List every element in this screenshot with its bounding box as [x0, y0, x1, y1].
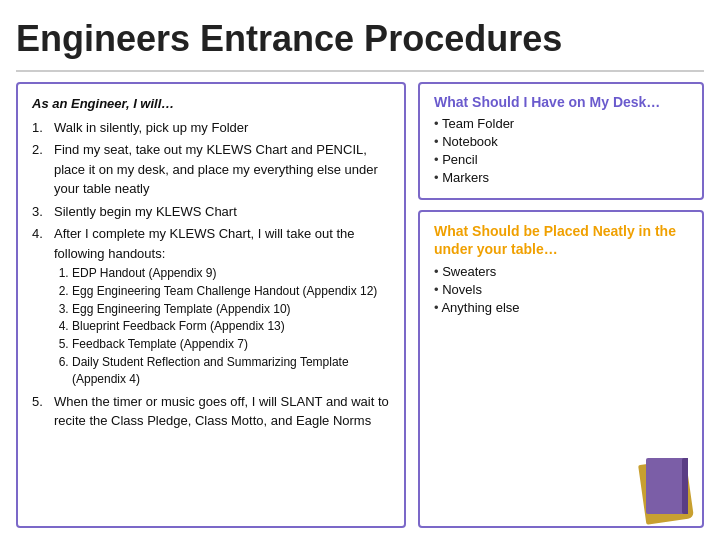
list-item: Sweaters — [434, 264, 688, 279]
left-panel: As an Engineer, I will… 1. Walk in silen… — [16, 82, 406, 528]
content-row: As an Engineer, I will… 1. Walk in silen… — [16, 82, 704, 528]
intro-text: As an Engineer, I will… — [32, 94, 390, 114]
item-text: Find my seat, take out my KLEWS Chart an… — [54, 140, 390, 199]
page-title: Engineers Entrance Procedures — [16, 12, 704, 72]
desk-title: What Should I Have on My Desk… — [434, 94, 688, 110]
list-item: Blueprint Feedback Form (Appendix 13) — [72, 318, 390, 335]
item-num: 4. — [32, 224, 54, 389]
list-item: Egg Engineering Team Challenge Handout (… — [72, 283, 390, 300]
list-item: Egg Engineering Template (Appendix 10) — [72, 301, 390, 318]
item-num: 2. — [32, 140, 54, 199]
item-text: When the timer or music goes off, I will… — [54, 392, 390, 431]
book-spine-layer — [682, 458, 688, 514]
right-panel: What Should I Have on My Desk… Team Fold… — [418, 82, 704, 528]
list-item: Anything else — [434, 300, 688, 315]
sub-list: EDP Handout (Appendix 9) Egg Engineering… — [54, 265, 390, 388]
desk-box: What Should I Have on My Desk… Team Fold… — [418, 82, 704, 200]
item-text: Walk in silently, pick up my Folder — [54, 118, 390, 138]
list-item: 1. Walk in silently, pick up my Folder — [32, 118, 390, 138]
list-item: Daily Student Reflection and Summarizing… — [72, 354, 390, 388]
list-item: 5. When the timer or music goes off, I w… — [32, 392, 390, 431]
table-title: What Should be Placed Neatly in the unde… — [434, 222, 688, 258]
list-item: Novels — [434, 282, 688, 297]
item-num: 1. — [32, 118, 54, 138]
list-item: Notebook — [434, 134, 688, 149]
main-list: 1. Walk in silently, pick up my Folder 2… — [32, 118, 390, 431]
list-item: Pencil — [434, 152, 688, 167]
book-decoration-icon — [630, 448, 694, 518]
list-item: 2. Find my seat, take out my KLEWS Chart… — [32, 140, 390, 199]
list-item: 3. Silently begin my KLEWS Chart — [32, 202, 390, 222]
list-item: EDP Handout (Appendix 9) — [72, 265, 390, 282]
list-item: 4. After I complete my KLEWS Chart, I wi… — [32, 224, 390, 389]
page: Engineers Entrance Procedures As an Engi… — [0, 0, 720, 540]
desk-list: Team Folder Notebook Pencil Markers — [434, 116, 688, 185]
list-item: Team Folder — [434, 116, 688, 131]
table-list: Sweaters Novels Anything else — [434, 264, 688, 315]
item-num: 3. — [32, 202, 54, 222]
item-text: After I complete my KLEWS Chart, I will … — [54, 224, 390, 389]
list-item: Feedback Template (Appendix 7) — [72, 336, 390, 353]
item-num: 5. — [32, 392, 54, 431]
item-text: Silently begin my KLEWS Chart — [54, 202, 390, 222]
table-box: What Should be Placed Neatly in the unde… — [418, 210, 704, 528]
list-item: Markers — [434, 170, 688, 185]
